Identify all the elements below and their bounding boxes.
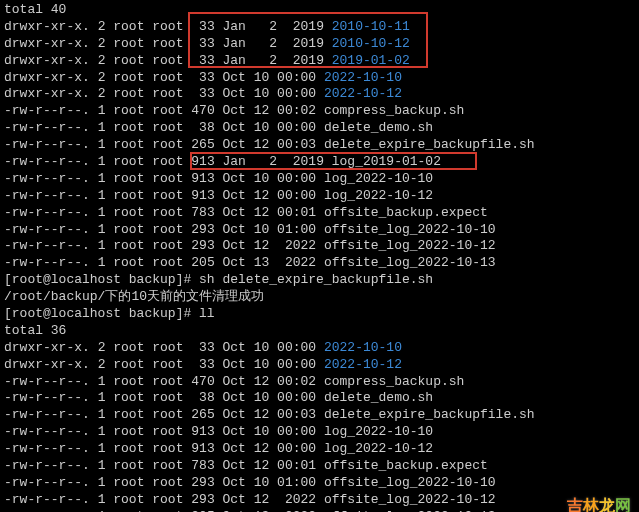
file-name: offsite_log_2022-10-12 bbox=[324, 492, 496, 507]
file-date: Oct 12 00:00 bbox=[223, 441, 317, 456]
link-count: 1 bbox=[98, 103, 106, 118]
permissions: -rw-r--r--. bbox=[4, 120, 90, 135]
file-name: 2022-10-12 bbox=[324, 357, 402, 372]
file-size: 783 bbox=[191, 458, 214, 473]
permissions: -rw-r--r--. bbox=[4, 137, 90, 152]
owner: root root bbox=[113, 188, 183, 203]
file-name: offsite_log_2022-10-10 bbox=[324, 475, 496, 490]
file-size: 470 bbox=[191, 103, 214, 118]
owner: root root bbox=[113, 492, 183, 507]
file-row: -rw-r--r--. 1 root root 913 Oct 12 00:00… bbox=[4, 441, 635, 458]
permissions: -rw-r--r--. bbox=[4, 374, 90, 389]
owner: root root bbox=[113, 103, 183, 118]
owner: root root bbox=[113, 475, 183, 490]
file-date: Oct 12 00:03 bbox=[223, 407, 317, 422]
file-name: delete_expire_backupfile.sh bbox=[324, 137, 535, 152]
file-size: 293 bbox=[191, 238, 214, 253]
file-date: Oct 12 2022 bbox=[223, 238, 317, 253]
file-date: Oct 12 00:01 bbox=[223, 458, 317, 473]
file-name: log_2019-01-02 bbox=[332, 154, 441, 169]
file-row: -rw-r--r--. 1 root root 470 Oct 12 00:02… bbox=[4, 374, 635, 391]
file-name: offsite_log_2022-10-13 bbox=[324, 255, 496, 270]
owner: root root bbox=[113, 53, 183, 68]
file-name: offsite_log_2022-10-12 bbox=[324, 238, 496, 253]
file-name: 2010-10-12 bbox=[332, 36, 410, 51]
file-size: 33 bbox=[191, 36, 214, 51]
shell-prompt: [root@localhost backup]# bbox=[4, 272, 191, 287]
permissions: -rw-r--r--. bbox=[4, 492, 90, 507]
permissions: -rw-r--r--. bbox=[4, 475, 90, 490]
permissions: -rw-r--r--. bbox=[4, 390, 90, 405]
file-date: Jan 2 2019 bbox=[223, 53, 324, 68]
file-date: Jan 2 2019 bbox=[223, 36, 324, 51]
file-date: Oct 10 00:00 bbox=[223, 70, 317, 85]
file-row: drwxr-xr-x. 2 root root 33 Oct 10 00:00 … bbox=[4, 340, 635, 357]
link-count: 2 bbox=[98, 70, 106, 85]
link-count: 2 bbox=[98, 357, 106, 372]
permissions: drwxr-xr-x. bbox=[4, 36, 90, 51]
file-size: 913 bbox=[191, 188, 214, 203]
file-date: Oct 12 00:03 bbox=[223, 137, 317, 152]
permissions: drwxr-xr-x. bbox=[4, 19, 90, 34]
permissions: drwxr-xr-x. bbox=[4, 340, 90, 355]
file-date: Oct 10 01:00 bbox=[223, 475, 317, 490]
link-count: 2 bbox=[98, 19, 106, 34]
file-date: Jan 2 2019 bbox=[223, 19, 324, 34]
file-row: -rw-r--r--. 1 root root 265 Oct 12 00:03… bbox=[4, 407, 635, 424]
file-size: 265 bbox=[191, 137, 214, 152]
file-name: offsite_backup.expect bbox=[324, 205, 488, 220]
link-count: 1 bbox=[98, 120, 106, 135]
owner: root root bbox=[113, 205, 183, 220]
link-count: 1 bbox=[98, 154, 106, 169]
command-text: sh delete_expire_backupfile.sh bbox=[199, 272, 433, 287]
file-size: 913 bbox=[191, 441, 214, 456]
permissions: -rw-r--r--. bbox=[4, 255, 90, 270]
permissions: -rw-r--r--. bbox=[4, 205, 90, 220]
file-row: drwxr-xr-x. 2 root root 33 Oct 10 00:00 … bbox=[4, 86, 635, 103]
file-row: -rw-r--r--. 1 root root 38 Oct 10 00:00 … bbox=[4, 390, 635, 407]
file-size: 783 bbox=[191, 205, 214, 220]
link-count: 1 bbox=[98, 222, 106, 237]
permissions: -rw-r--r--. bbox=[4, 407, 90, 422]
file-name: compress_backup.sh bbox=[324, 103, 464, 118]
link-count: 2 bbox=[98, 53, 106, 68]
file-date: Oct 12 00:02 bbox=[223, 374, 317, 389]
owner: root root bbox=[113, 424, 183, 439]
file-size: 38 bbox=[191, 120, 214, 135]
file-date: Oct 12 2022 bbox=[223, 492, 317, 507]
file-size: 470 bbox=[191, 374, 214, 389]
file-size: 293 bbox=[191, 492, 214, 507]
owner: root root bbox=[113, 340, 183, 355]
file-row: -rw-r--r--. 1 root root 293 Oct 12 2022 … bbox=[4, 238, 635, 255]
file-row: drwxr-xr-x. 2 root root 33 Jan 2 2019 20… bbox=[4, 36, 635, 53]
file-date: Oct 12 00:00 bbox=[223, 188, 317, 203]
file-name: 2022-10-10 bbox=[324, 340, 402, 355]
listing-before: drwxr-xr-x. 2 root root 33 Jan 2 2019 20… bbox=[4, 19, 635, 272]
file-date: Oct 10 00:00 bbox=[223, 390, 317, 405]
permissions: -rw-r--r--. bbox=[4, 238, 90, 253]
file-size: 293 bbox=[191, 222, 214, 237]
file-row: -rw-r--r--. 1 root root 913 Oct 10 00:00… bbox=[4, 171, 635, 188]
file-name: log_2022-10-10 bbox=[324, 171, 433, 186]
file-size: 913 bbox=[191, 171, 214, 186]
link-count: 1 bbox=[98, 137, 106, 152]
file-row: -rw-r--r--. 1 root root 913 Oct 12 00:00… bbox=[4, 188, 635, 205]
link-count: 2 bbox=[98, 36, 106, 51]
permissions: drwxr-xr-x. bbox=[4, 53, 90, 68]
file-row: drwxr-xr-x. 2 root root 33 Oct 10 00:00 … bbox=[4, 357, 635, 374]
owner: root root bbox=[113, 120, 183, 135]
file-name: offsite_log_2022-10-10 bbox=[324, 222, 496, 237]
permissions: drwxr-xr-x. bbox=[4, 86, 90, 101]
file-size: 33 bbox=[191, 19, 214, 34]
link-count: 1 bbox=[98, 475, 106, 490]
file-date: Oct 13 2022 bbox=[223, 255, 317, 270]
file-size: 205 bbox=[191, 255, 214, 270]
link-count: 1 bbox=[98, 255, 106, 270]
link-count: 2 bbox=[98, 86, 106, 101]
file-size: 33 bbox=[191, 70, 214, 85]
owner: root root bbox=[113, 36, 183, 51]
shell-prompt: [root@localhost backup]# bbox=[4, 306, 191, 321]
owner: root root bbox=[113, 357, 183, 372]
owner: root root bbox=[113, 19, 183, 34]
owner: root root bbox=[113, 222, 183, 237]
